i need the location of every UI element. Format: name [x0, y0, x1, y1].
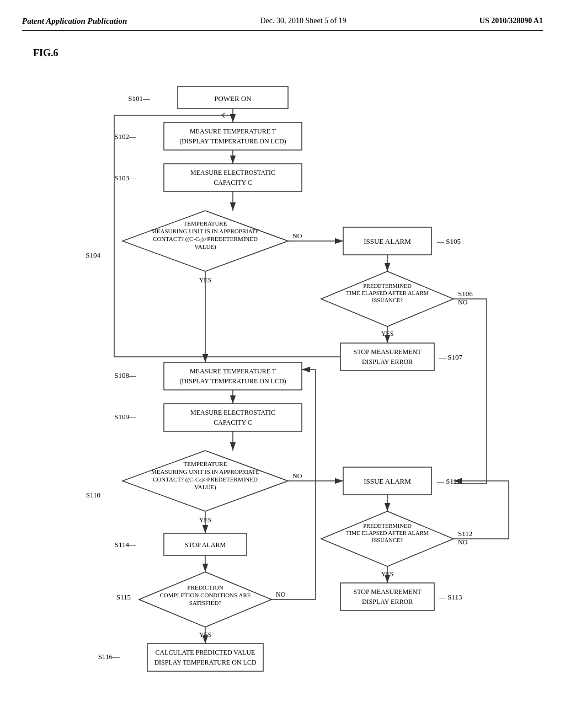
svg-rect-42 — [147, 644, 263, 671]
s113-text1: STOP MEASUREMENT — [353, 588, 422, 596]
s114-label: S114— — [115, 540, 137, 549]
page-header: Patent Application Publication Dec. 30, … — [22, 17, 543, 31]
figure-label: FIG.6 — [33, 47, 543, 59]
flowchart-svg: POWER ON S101— MEASURE TEMPERATURE T (DI… — [34, 70, 531, 704]
s101-label: S101— — [128, 94, 151, 103]
s107-text1: STOP MEASUREMENT — [353, 348, 422, 356]
s105-text: ISSUE ALARM — [364, 237, 411, 245]
s112-label: S112 — [458, 529, 472, 538]
s102-text2: (DISPLAY TEMPERATURE ON LCD) — [179, 137, 286, 145]
s114-text: STOP ALARM — [185, 541, 226, 549]
header-publication: Patent Application Publication — [22, 17, 127, 26]
header-patent-number: US 2010/328090 A1 — [479, 17, 543, 25]
s109-text1: MEASURE ELECTROSTATIC — [190, 409, 275, 416]
s112-text3: ISSUANCE? — [372, 537, 403, 543]
svg-rect-25 — [164, 404, 302, 431]
s104-label: S104 — [86, 251, 100, 259]
s106-text2: TIME ELAPSED AFTER ALARM — [346, 290, 429, 296]
s116-label: S116— — [98, 652, 120, 661]
s104-text3: CONTACT? ((C-C₀)>PREDETERMINED — [153, 235, 258, 243]
header-date-sheet: Dec. 30, 2010 Sheet 5 of 19 — [260, 17, 346, 25]
s115-text1: PREDICTION — [187, 584, 223, 591]
s103-text1: MEASURE ELECTROSTATIC — [190, 169, 275, 176]
no1-label: NO — [292, 232, 302, 240]
s105-label: — S105 — [436, 237, 461, 245]
no1b-label: NO — [458, 298, 468, 306]
svg-rect-23 — [164, 362, 302, 390]
s104-text1: TEMPERATURE — [184, 220, 227, 227]
s107-label: — S107 — [438, 353, 462, 361]
s116-text2: DISPLAY TEMPERATURE ON LCD — [154, 659, 257, 666]
no2b-label: NO — [458, 538, 468, 546]
svg-rect-6 — [164, 122, 302, 150]
power-on-label: POWER ON — [214, 94, 252, 103]
s110-text4: VALUE) — [194, 484, 216, 491]
svg-rect-8 — [164, 164, 302, 191]
s106-text3: ISSUANCE? — [372, 297, 403, 303]
s106-label: S106 — [458, 290, 473, 298]
s112-text2: TIME ELAPSED AFTER ALARM — [346, 530, 429, 536]
svg-rect-34 — [340, 583, 434, 611]
svg-rect-19 — [340, 343, 434, 371]
s115-text2: COMPLETION CONDITIONS ARE — [160, 592, 251, 598]
s104-text2: MEASURING UNIT IS IN APPROPRIATE — [151, 228, 259, 234]
s103-text2: CAPACITY C — [214, 179, 252, 186]
s102-text1: MEASURE TEMPERATURE T — [190, 127, 276, 135]
s110-text1: TEMPERATURE — [184, 461, 227, 467]
s116-text1: CALCULATE PREDICTED VALUE — [156, 649, 255, 656]
s109-label: S109— — [114, 413, 137, 421]
s102-label: S102— — [114, 132, 137, 141]
s115-text3: SATISFIED? — [189, 599, 222, 606]
s110-label: S110 — [86, 491, 100, 499]
page: Patent Application Publication Dec. 30, … — [0, 0, 565, 728]
s109-text2: CAPACITY C — [214, 419, 252, 426]
no3-label: NO — [276, 591, 286, 598]
s112-text1: PREDETERMINED — [363, 523, 412, 529]
no2-label: NO — [292, 472, 302, 480]
s107-text2: DISPLAY ERROR — [362, 358, 413, 366]
s110-text2: MEASURING UNIT IS IN APPROPRIATE — [151, 468, 259, 475]
s106-text1: PREDETERMINED — [363, 283, 412, 289]
s103-label: S103— — [114, 174, 137, 182]
s108-text2: (DISPLAY TEMPERATURE ON LCD) — [179, 377, 286, 385]
s113-text2: DISPLAY ERROR — [362, 598, 413, 606]
s110-text3: CONTACT? ((C-C₀)>PREDETERMINED — [153, 476, 258, 483]
s111-text: ISSUE ALARM — [364, 477, 411, 485]
s115-label: S115 — [116, 593, 131, 601]
s108-text1: MEASURE TEMPERATURE T — [190, 367, 276, 375]
s104-text4: VALUE) — [194, 243, 216, 250]
s113-label: — S113 — [438, 593, 462, 601]
s108-label: S108— — [114, 371, 137, 379]
